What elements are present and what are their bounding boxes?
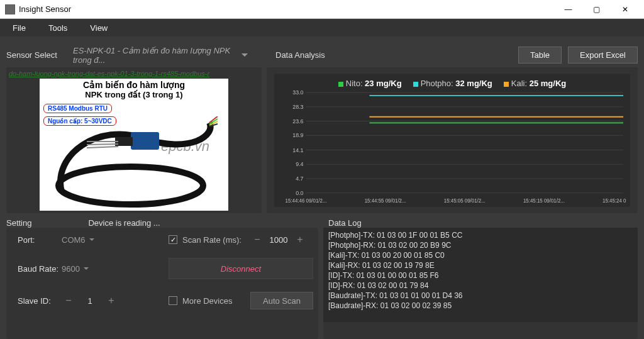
- datalog-panel: [Photpho]-TX: 01 03 00 1F 00 01 B5 CC[Ph…: [323, 228, 638, 339]
- svg-point-5: [58, 167, 203, 204]
- datalog-title: Data Log: [328, 218, 362, 228]
- svg-text:23.6: 23.6: [292, 118, 303, 124]
- svg-line-4: [87, 147, 118, 148]
- log-line: [Baudrate]-RX: 01 03 02 00 02 39 85: [328, 301, 633, 311]
- table-button[interactable]: Table: [518, 47, 562, 64]
- product-title: Cảm biến đo hàm lượng: [40, 79, 228, 90]
- menu-view[interactable]: View: [80, 21, 118, 35]
- svg-rect-0: [131, 132, 159, 150]
- minus-icon[interactable]: −: [250, 234, 264, 245]
- chart-panel: Nito: 23 mg/Kg Photpho: 32 mg/Kg Kali: 2…: [267, 67, 638, 213]
- svg-text:28.3: 28.3: [292, 104, 303, 110]
- checkbox-checked-icon: [169, 235, 177, 244]
- svg-text:33.0: 33.0: [292, 89, 303, 96]
- settings-panel: Port: COM6 Scan Rate (ms): − 1000 + Baud…: [6, 228, 318, 339]
- status-text: Device is reading ...: [88, 218, 160, 228]
- log-line: [Photpho]-RX: 01 03 02 00 20 B9 9C: [328, 240, 633, 250]
- menu-file[interactable]: File: [3, 21, 36, 35]
- port-label: Port:: [18, 235, 62, 245]
- log-line: [Photpho]-TX: 01 03 00 1F 00 01 B5 CC: [328, 230, 633, 240]
- baud-combo[interactable]: 9600: [62, 264, 150, 274]
- product-subtitle: NPK trong đất (3 trong 1): [40, 90, 228, 99]
- app-icon: [5, 4, 15, 14]
- setting-title: Setting: [6, 218, 31, 228]
- sensor-select-value: ES-NPK-01 - Cảm biến đo hàm lượng NPK tr…: [73, 46, 242, 65]
- svg-text:9.4: 9.4: [296, 161, 303, 167]
- product-url[interactable]: do-ham-luong-npk-trong-dat-es-npk-01-3-t…: [9, 70, 259, 77]
- svg-text:4.7: 4.7: [296, 175, 303, 182]
- svg-text:15:45:24 09/01/2...: 15:45:24 09/01/2...: [602, 198, 626, 204]
- minus-icon[interactable]: −: [62, 295, 75, 306]
- menu-tools[interactable]: Tools: [38, 21, 77, 35]
- svg-text:15:44:55 09/01/2...: 15:44:55 09/01/2...: [365, 198, 406, 204]
- close-button[interactable]: ✕: [611, 0, 639, 19]
- auto-scan-button[interactable]: Auto Scan: [250, 292, 313, 309]
- svg-text:14.1: 14.1: [292, 147, 303, 153]
- datalog-body[interactable]: [Photpho]-TX: 01 03 00 1F 00 01 B5 CC[Ph…: [323, 228, 638, 322]
- log-line: [Kali]-TX: 01 03 00 20 00 01 85 C0: [328, 250, 633, 260]
- baud-label: Baud Rate:: [18, 264, 62, 274]
- chart-legend: Nito: 23 mg/Kg Photpho: 32 mg/Kg Kali: 2…: [278, 79, 626, 88]
- scan-rate-stepper[interactable]: − 1000 +: [250, 234, 313, 245]
- disconnect-button[interactable]: Disconnect: [169, 258, 313, 279]
- svg-text:15:45:15 09/01/2...: 15:45:15 09/01/2...: [523, 198, 565, 204]
- maximize-button[interactable]: ▢: [582, 0, 611, 19]
- chevron-down-icon: [84, 267, 89, 270]
- svg-text:15:44:46 09/01/2...: 15:44:46 09/01/2...: [286, 198, 327, 204]
- chart: 0.04.79.414.118.923.628.333.015:44:46 09…: [278, 89, 626, 204]
- sensor-select-label: Sensor Select: [6, 50, 63, 60]
- checkbox-icon: [169, 296, 177, 305]
- slave-label: Slave ID:: [18, 296, 62, 306]
- chevron-down-icon: [89, 238, 94, 241]
- chevron-down-icon: [242, 53, 248, 57]
- log-line: [ID]-RX: 01 03 02 00 01 79 84: [328, 281, 633, 291]
- svg-text:18.9: 18.9: [292, 132, 303, 138]
- svg-line-3: [87, 144, 118, 145]
- plus-icon[interactable]: +: [293, 234, 307, 245]
- slave-id-stepper[interactable]: − 1 +: [62, 295, 150, 306]
- port-combo[interactable]: COM6: [62, 235, 150, 245]
- title-bar: Insight Sensor — ▢ ✕: [0, 0, 644, 19]
- product-image: Cảm biến đo hàm lượng NPK trong đất (3 t…: [40, 79, 228, 211]
- more-devices-check[interactable]: More Devices: [169, 296, 250, 306]
- sensor-select-dropdown[interactable]: ES-NPK-01 - Cảm biến đo hàm lượng NPK tr…: [69, 48, 252, 62]
- scan-rate-check[interactable]: Scan Rate (ms):: [169, 235, 250, 245]
- svg-text:15:45:05 09/01/2...: 15:45:05 09/01/2...: [444, 198, 486, 204]
- window-title: Insight Sensor: [19, 4, 71, 14]
- sensor-info-panel: do-ham-luong-npk-trong-dat-es-npk-01-3-t…: [6, 67, 262, 213]
- minimize-button[interactable]: —: [554, 0, 582, 19]
- log-line: [Baudrate]-TX: 01 03 01 01 00 01 D4 36: [328, 291, 633, 301]
- log-line: [Kali]-RX: 01 03 02 00 19 79 8E: [328, 260, 633, 270]
- product-tag-1: RS485 Modbus RTU: [43, 104, 112, 113]
- svg-text:0.0: 0.0: [296, 190, 303, 196]
- data-analysis-title: Data Analysis: [275, 50, 325, 60]
- export-excel-button[interactable]: Export Excel: [568, 47, 638, 64]
- menu-bar: File Tools View: [0, 19, 644, 36]
- log-line: [ID]-TX: 01 03 01 00 00 01 85 F6: [328, 270, 633, 281]
- plus-icon[interactable]: +: [104, 295, 118, 306]
